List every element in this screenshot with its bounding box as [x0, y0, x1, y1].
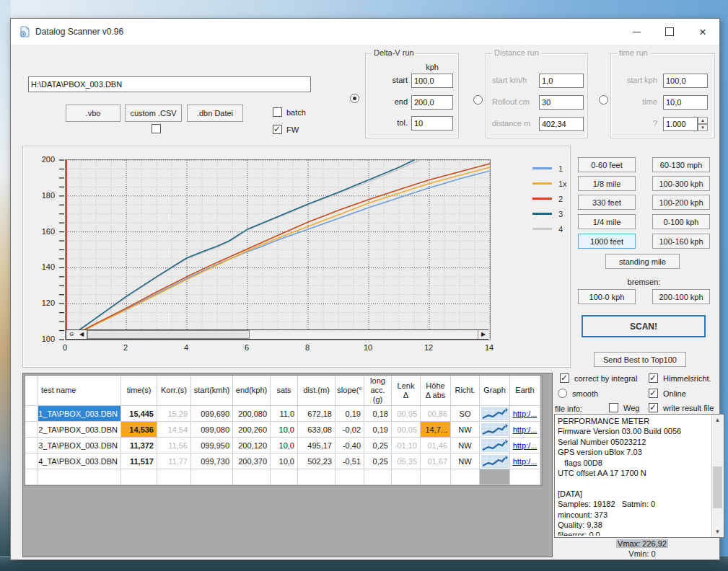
earth-cell[interactable]: http:/... — [510, 406, 540, 422]
vbo-button[interactable]: .vbo — [66, 105, 120, 122]
column-header[interactable]: Höhe Δ abs — [421, 376, 451, 406]
table-row-3[interactable]: 3_TA\PBOX_003.DBN11,37211,56099,950200,1… — [25, 438, 542, 453]
start-kph-input[interactable] — [411, 74, 453, 88]
empty-cell — [421, 469, 451, 485]
dbn-datei-button[interactable]: .dbn Datei — [187, 105, 243, 122]
preset-button-100-160-kph[interactable]: 100-160 kph — [652, 234, 710, 249]
write-result-file-label: write result file — [663, 404, 714, 412]
column-header[interactable] — [25, 376, 38, 406]
distance-m-input[interactable] — [539, 117, 584, 131]
column-header[interactable]: start(kmh) — [191, 376, 233, 406]
column-header[interactable]: Lenk Δ — [392, 376, 421, 406]
file-info-scrollbar[interactable]: ▲ ▼ — [711, 415, 724, 537]
earth-link[interactable]: http:/... — [513, 457, 538, 466]
scroll-right-icon[interactable]: ▶ — [478, 330, 488, 339]
earth-link[interactable]: http:/... — [513, 410, 538, 418]
test-name-cell[interactable]: 4_TA\PBOX_003.DBN — [38, 453, 121, 469]
column-header[interactable]: Korr.(s) — [157, 376, 191, 406]
file-info-box: PERFORMANCE METER Firmware Version 03.00… — [554, 414, 724, 538]
table-row-2[interactable]: 2_TA\PBOX_003.DBN14,53614,54099,080200,2… — [25, 422, 542, 438]
write-result-file-checkbox[interactable] — [649, 403, 658, 412]
earth-cell[interactable]: http:/... — [510, 453, 540, 469]
column-header[interactable]: Graph — [480, 376, 510, 406]
scan-button[interactable]: SCAN! — [582, 315, 706, 337]
chart-h-scrollbar[interactable]: ⊖ ◀ ▶ — [66, 329, 488, 340]
earth-link[interactable]: http:/... — [513, 441, 538, 450]
time-value-input[interactable] — [663, 95, 708, 110]
start-kmh-input[interactable] — [539, 74, 584, 88]
column-header[interactable]: test name — [38, 376, 121, 406]
test-name-cell[interactable]: 2_TA\PBOX_003.DBN — [38, 422, 121, 438]
long-acc-cell: 0,25 — [364, 438, 392, 453]
row-selector[interactable] — [25, 453, 38, 469]
correct-by-integral-checkbox[interactable] — [560, 373, 569, 383]
fw-checkbox[interactable] — [273, 125, 282, 134]
minimize-button[interactable] — [620, 19, 653, 45]
earth-cell[interactable]: http:/... — [510, 438, 540, 453]
delta-v-run-radio[interactable] — [350, 94, 359, 103]
column-header[interactable]: time(s) — [121, 376, 157, 406]
scroll-down-icon[interactable]: ▼ — [712, 526, 723, 537]
smooth-radio[interactable] — [558, 389, 567, 398]
csv-option-checkbox[interactable] — [152, 124, 161, 133]
preset-button-60-130-mph[interactable]: 60-130 mph — [652, 157, 710, 172]
scroll-up-icon[interactable]: ▲ — [712, 415, 723, 425]
preset-button-100-300-kph[interactable]: 100-300 kph — [652, 176, 710, 191]
send-best-button[interactable]: Send Best to Top100 — [594, 352, 686, 367]
preset-button-0-60-feet[interactable]: 0-60 feet — [578, 157, 636, 172]
preset-button-330-feet[interactable]: 330 feet — [578, 195, 636, 210]
minimize-icon — [633, 32, 641, 32]
column-header[interactable]: sats — [271, 376, 298, 406]
time-run-radio[interactable] — [599, 95, 608, 105]
factor-input[interactable] — [663, 117, 698, 131]
preset-button-1000-feet[interactable]: 1000 feet — [578, 234, 636, 249]
maximize-button[interactable] — [653, 19, 686, 45]
test-name-cell[interactable]: 1_TA\PBOX_003.DBN — [38, 406, 121, 422]
spinner-up-button[interactable]: ▲ — [698, 117, 708, 124]
graph-cell[interactable] — [480, 453, 510, 469]
file-info-scroll-thumb[interactable] — [713, 466, 722, 508]
online-checkbox[interactable] — [649, 389, 658, 398]
graph-cell[interactable] — [480, 406, 510, 422]
preset-button-1-8-mile[interactable]: 1/8 mile — [578, 176, 636, 191]
time-start-kph-input[interactable] — [663, 74, 708, 88]
desktop: Datalog Scanner v0.96 × .vbo custom .CSV… — [0, 0, 728, 571]
graph-cell[interactable] — [480, 422, 510, 438]
batch-checkbox[interactable] — [273, 107, 282, 117]
weg-checkbox[interactable] — [609, 403, 618, 412]
file-path-input[interactable] — [28, 76, 311, 92]
row-selector[interactable] — [25, 438, 38, 453]
row-selector[interactable] — [25, 422, 38, 438]
earth-link[interactable]: http:/... — [513, 425, 538, 434]
scroll-left-icon[interactable]: ◀ — [76, 330, 87, 339]
column-header[interactable]: slope(° — [336, 376, 364, 406]
close-button[interactable]: × — [686, 19, 719, 45]
preset-button-0-100-kph[interactable]: 0-100 kph — [652, 214, 710, 229]
tol-input[interactable] — [411, 116, 453, 130]
custom-csv-button[interactable]: custom .CSV — [125, 105, 182, 122]
column-header[interactable]: dist.(m) — [298, 376, 336, 406]
table-row-1[interactable]: 1_TA\PBOX_003.DBN15,44515,29099,690200,0… — [25, 406, 542, 422]
wallpaper-left-edge — [0, 0, 11, 571]
test-name-cell[interactable]: 3_TA\PBOX_003.DBN — [38, 438, 121, 453]
brake-100-0-button[interactable]: 100-0 kph — [578, 289, 636, 304]
distance-run-radio[interactable] — [473, 95, 483, 105]
column-header[interactable]: end(kph) — [233, 376, 271, 406]
himmelsricht-checkbox[interactable] — [649, 373, 658, 383]
zoom-out-icon[interactable]: ⊖ — [66, 330, 77, 339]
preset-button-1-4-mile[interactable]: 1/4 mile — [578, 214, 636, 229]
scrollbar-thumb[interactable] — [87, 330, 250, 339]
end-kph-input[interactable] — [411, 95, 453, 110]
standing-mile-button[interactable]: standing mile — [605, 254, 680, 269]
graph-cell[interactable] — [480, 438, 510, 453]
column-header[interactable]: Earth — [510, 376, 540, 406]
column-header[interactable]: long acc.(g) — [364, 376, 392, 406]
brake-200-100-button[interactable]: 200-100 kph — [652, 289, 710, 304]
rollout-cm-input[interactable] — [539, 95, 584, 110]
spinner-down-button[interactable]: ▼ — [698, 124, 708, 131]
table-row-4[interactable]: 4_TA\PBOX_003.DBN11,51711,77099,730200,3… — [25, 453, 542, 469]
column-header[interactable]: Richt. — [451, 376, 480, 406]
row-selector[interactable] — [25, 406, 38, 422]
preset-button-100-200-kph[interactable]: 100-200 kph — [652, 195, 710, 210]
earth-cell[interactable]: http:/... — [510, 422, 540, 438]
